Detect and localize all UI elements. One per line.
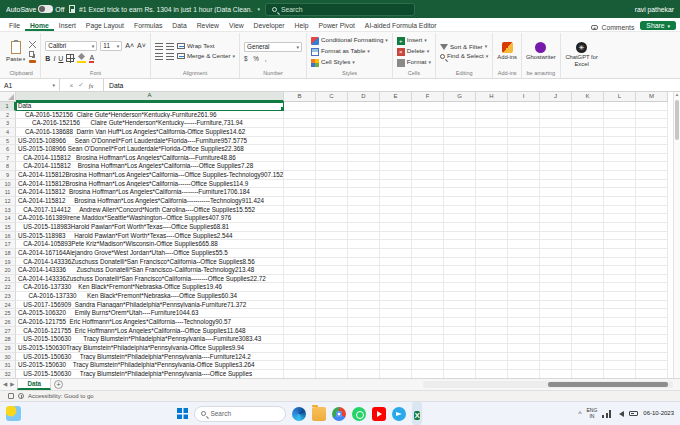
cell-J15[interactable] bbox=[540, 223, 572, 232]
cell-A25[interactable]: CA-2015-106320 Emily Burns*Orem*Utah----… bbox=[16, 309, 284, 318]
cell-I27[interactable] bbox=[508, 327, 540, 336]
cell-I5[interactable] bbox=[508, 137, 540, 146]
cell-F18[interactable] bbox=[412, 249, 444, 258]
cell-K25[interactable] bbox=[572, 309, 604, 318]
cell-L27[interactable] bbox=[604, 327, 636, 336]
column-header-L[interactable]: L bbox=[604, 92, 636, 102]
cell-G30[interactable] bbox=[444, 353, 476, 362]
cell-J5[interactable] bbox=[540, 137, 572, 146]
cell-I28[interactable] bbox=[508, 335, 540, 344]
excel-taskbar-button[interactable] bbox=[412, 402, 421, 425]
cell-G3[interactable] bbox=[444, 119, 476, 128]
cell-H29[interactable] bbox=[476, 344, 508, 353]
column-header-D[interactable]: D bbox=[348, 92, 380, 102]
cell-M31[interactable] bbox=[636, 361, 668, 370]
cell-G10[interactable] bbox=[444, 180, 476, 189]
cell-E3[interactable] bbox=[380, 119, 412, 128]
cell-H26[interactable] bbox=[476, 318, 508, 327]
cell-H4[interactable] bbox=[476, 128, 508, 137]
cell-G2[interactable] bbox=[444, 111, 476, 120]
cell-E31[interactable] bbox=[380, 361, 412, 370]
cell-M25[interactable] bbox=[636, 309, 668, 318]
cell-J3[interactable] bbox=[540, 119, 572, 128]
taskbar-search[interactable]: Search bbox=[194, 406, 286, 422]
cell-J29[interactable] bbox=[540, 344, 572, 353]
cell-D30[interactable] bbox=[348, 353, 380, 362]
cancel-icon[interactable]: × bbox=[70, 82, 74, 89]
cell-C18[interactable] bbox=[316, 249, 348, 258]
tab-review[interactable]: Review bbox=[192, 21, 224, 31]
row-header-7[interactable]: 7 bbox=[0, 154, 16, 163]
cell-M24[interactable] bbox=[636, 301, 668, 310]
volume-icon[interactable] bbox=[616, 411, 624, 417]
sheet-nav-left-icon[interactable]: ◀ bbox=[3, 382, 7, 388]
cell-B27[interactable] bbox=[284, 327, 316, 336]
enter-icon[interactable]: ✓ bbox=[78, 81, 83, 89]
cell-I31[interactable] bbox=[508, 361, 540, 370]
cell-D4[interactable] bbox=[348, 128, 380, 137]
cell-I26[interactable] bbox=[508, 318, 540, 327]
cell-M29[interactable] bbox=[636, 344, 668, 353]
cell-J30[interactable] bbox=[540, 353, 572, 362]
cell-B11[interactable] bbox=[284, 188, 316, 197]
cell-H6[interactable] bbox=[476, 145, 508, 154]
row-header-16[interactable]: 16 bbox=[0, 232, 16, 241]
horizontal-scrollbar[interactable] bbox=[423, 381, 673, 388]
align-left-icon[interactable] bbox=[155, 53, 163, 60]
row-header-21[interactable]: 21 bbox=[0, 275, 16, 284]
row-header-8[interactable]: 8 bbox=[0, 162, 16, 171]
cell-D18[interactable] bbox=[348, 249, 380, 258]
row-header-31[interactable]: 31 bbox=[0, 361, 16, 370]
row-header-27[interactable]: 27 bbox=[0, 327, 16, 336]
autosave-toggle[interactable]: AutoSave Off bbox=[6, 5, 65, 13]
language-indicator[interactable]: ENGIN bbox=[586, 408, 597, 420]
row-header-10[interactable]: 10 bbox=[0, 180, 16, 189]
cell-B17[interactable] bbox=[284, 240, 316, 249]
cell-A29[interactable]: US-2015-150630Tracy Blumstein*Philadelph… bbox=[16, 344, 284, 353]
cell-M5[interactable] bbox=[636, 137, 668, 146]
cell-C23[interactable] bbox=[316, 292, 348, 301]
cell-K15[interactable] bbox=[572, 223, 604, 232]
cell-J19[interactable] bbox=[540, 258, 572, 267]
cell-A21[interactable]: CA-2014-143336Zuschuss Donatelli*San Fra… bbox=[16, 275, 284, 284]
whatsapp-icon[interactable] bbox=[352, 407, 366, 421]
cell-E4[interactable] bbox=[380, 128, 412, 137]
merge-center-button[interactable]: Merge & Center▾ bbox=[177, 53, 235, 59]
cell-B12[interactable] bbox=[284, 197, 316, 206]
cell-M8[interactable] bbox=[636, 162, 668, 171]
cell-I2[interactable] bbox=[508, 111, 540, 120]
cell-D14[interactable] bbox=[348, 214, 380, 223]
cell-G24[interactable] bbox=[444, 301, 476, 310]
sort-filter-button[interactable]: Sort & Filter▾ bbox=[440, 44, 488, 50]
cell-M6[interactable] bbox=[636, 145, 668, 154]
cell-J4[interactable] bbox=[540, 128, 572, 137]
number-format-combo[interactable]: General▾ bbox=[244, 42, 302, 52]
cell-G7[interactable] bbox=[444, 154, 476, 163]
cell-L1[interactable] bbox=[604, 102, 636, 111]
cell-L8[interactable] bbox=[604, 162, 636, 171]
cell-K17[interactable] bbox=[572, 240, 604, 249]
cell-D19[interactable] bbox=[348, 258, 380, 267]
cell-J26[interactable] bbox=[540, 318, 572, 327]
cell-H22[interactable] bbox=[476, 283, 508, 292]
cell-F16[interactable] bbox=[412, 232, 444, 241]
document-title[interactable]: #1 Excel trick to earn Rs. 1304 in just … bbox=[79, 6, 253, 13]
cell-A11[interactable]: CA-2014-115812 Brosina Hoffman*Los Angel… bbox=[16, 188, 284, 197]
shrink-font-icon[interactable]: A˅ bbox=[137, 42, 146, 49]
cell-K14[interactable] bbox=[572, 214, 604, 223]
cell-M30[interactable] bbox=[636, 353, 668, 362]
cell-F7[interactable] bbox=[412, 154, 444, 163]
chatgpt-button[interactable]: ✳ ChatGPT for Excel bbox=[565, 34, 599, 75]
title-search-box[interactable]: Search bbox=[265, 3, 415, 16]
cell-D23[interactable] bbox=[348, 292, 380, 301]
cell-A3[interactable]: CA-2016-152156 Claire Gute*Henderson*Ken… bbox=[16, 119, 284, 128]
cell-G31[interactable] bbox=[444, 361, 476, 370]
cell-M12[interactable] bbox=[636, 197, 668, 206]
cell-I23[interactable] bbox=[508, 292, 540, 301]
cell-I11[interactable] bbox=[508, 188, 540, 197]
cell-G23[interactable] bbox=[444, 292, 476, 301]
cell-C29[interactable] bbox=[316, 344, 348, 353]
cell-E32[interactable] bbox=[380, 370, 412, 378]
copy-icon[interactable] bbox=[29, 51, 34, 57]
cell-C3[interactable] bbox=[316, 119, 348, 128]
